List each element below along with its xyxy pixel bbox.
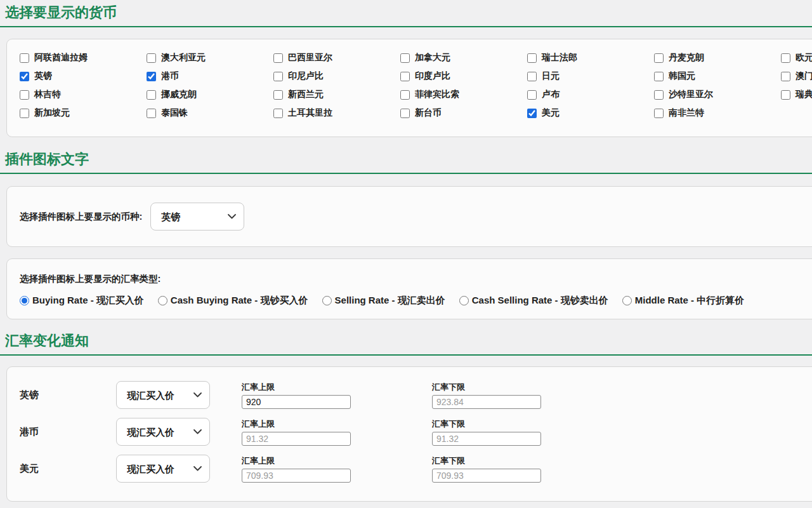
currency-checkbox[interactable] [20, 53, 29, 63]
upper-limit-group: 汇率上限 [242, 418, 400, 446]
upper-limit-label: 汇率上限 [242, 382, 400, 393]
currency-checkbox-item[interactable]: 澳大利亚元 [147, 53, 273, 63]
lower-limit-input[interactable] [432, 432, 541, 446]
currency-checkbox[interactable] [654, 72, 664, 81]
rate-type-radio[interactable] [20, 296, 29, 305]
currency-checkbox-label: 韩国元 [669, 70, 695, 82]
currency-checkbox[interactable] [527, 90, 537, 100]
currency-checkbox-label: 新加坡元 [34, 107, 70, 119]
currency-checkbox[interactable] [781, 90, 790, 100]
currency-checkbox-label: 丹麦克朗 [669, 52, 704, 64]
currency-checkbox-item[interactable]: 欧元 [781, 53, 812, 63]
currency-checkbox[interactable] [781, 53, 790, 63]
upper-limit-input[interactable] [242, 432, 351, 446]
currency-checkbox-item[interactable]: 瑞士法郎 [527, 53, 654, 63]
currency-checkbox-item[interactable]: 加拿大元 [400, 53, 527, 63]
currency-checkbox-label: 美元 [542, 107, 560, 119]
currency-checkbox-item[interactable]: 韩国元 [654, 71, 781, 81]
currency-checkbox-item[interactable]: 菲律宾比索 [400, 90, 527, 100]
currency-checkbox[interactable] [20, 90, 29, 100]
rate-type-option-label: Cash Buying Rate - 现钞买入价 [171, 295, 308, 307]
rate-type-option-cash-selling[interactable]: Cash Selling Rate - 现钞卖出价 [459, 295, 608, 307]
currency-checkbox[interactable] [527, 72, 537, 81]
currency-checkbox[interactable] [273, 72, 283, 81]
lower-limit-label: 汇率下限 [432, 382, 591, 393]
currency-checkbox-item[interactable]: 卢布 [527, 90, 654, 100]
currency-checkbox[interactable] [147, 109, 156, 118]
currency-checkbox[interactable] [273, 53, 283, 63]
currency-checkbox-item[interactable]: 美元 [527, 108, 654, 118]
currency-checkbox[interactable] [147, 53, 156, 63]
upper-limit-label: 汇率上限 [242, 418, 400, 430]
rate-type-radio[interactable] [459, 296, 469, 305]
rate-type-radio-group: Buying Rate - 现汇买入价 Cash Buying Rate - 现… [20, 295, 812, 307]
notification-rate-type-select[interactable]: 现汇买入价 [116, 455, 210, 483]
currency-checkbox-label: 林吉特 [34, 89, 61, 100]
currency-checkbox[interactable] [147, 90, 156, 100]
currency-checkbox-item[interactable]: 丹麦克朗 [654, 53, 781, 63]
currency-checkbox-panel: 阿联酋迪拉姆 澳大利亚元 巴西里亚尔 加拿大元 瑞士法郎 丹麦克朗 欧元 英镑 … [6, 39, 812, 137]
currency-checkbox-item[interactable]: 新加坡元 [20, 108, 147, 118]
lower-limit-input[interactable] [432, 395, 541, 409]
currency-checkbox-item[interactable]: 澳门元 [781, 71, 812, 81]
currency-checkbox[interactable] [781, 72, 790, 81]
currency-checkbox[interactable] [527, 109, 537, 118]
currency-checkbox[interactable] [20, 72, 29, 81]
currency-checkbox-item[interactable]: 新西兰元 [273, 90, 400, 100]
currency-checkbox[interactable] [654, 90, 664, 100]
currency-checkbox-label: 澳大利亚元 [161, 52, 206, 64]
upper-limit-label: 汇率上限 [242, 455, 400, 467]
currency-checkbox-item[interactable]: 日元 [527, 71, 654, 81]
notification-rate-type-select-wrap: 现汇买入价 [116, 381, 210, 409]
currency-checkbox-item[interactable]: 林吉特 [20, 90, 147, 100]
notification-row-hkd: 港币 现汇买入价 汇率上限 汇率下限 [20, 418, 812, 446]
notification-rate-type-select[interactable]: 现汇买入价 [116, 381, 210, 409]
currency-checkbox[interactable] [273, 109, 283, 118]
currency-checkbox-label: 阿联酋迪拉姆 [34, 52, 88, 64]
rate-type-option-selling[interactable]: Selling Rate - 现汇卖出价 [322, 295, 445, 307]
upper-limit-input[interactable] [242, 469, 351, 483]
currency-checkbox[interactable] [273, 90, 283, 100]
section-title-icon-text: 插件图标文字 [0, 151, 812, 168]
currency-checkbox[interactable] [400, 109, 410, 118]
rate-type-option-label: Selling Rate - 现汇卖出价 [335, 295, 445, 307]
currency-checkbox-label: 印度卢比 [415, 70, 450, 82]
rate-type-radio[interactable] [322, 296, 332, 305]
rate-type-option-cash-buying[interactable]: Cash Buying Rate - 现钞买入价 [158, 295, 308, 307]
icon-currency-select[interactable]: 英镑 [150, 203, 244, 231]
rate-type-option-label: Cash Selling Rate - 现钞卖出价 [472, 295, 608, 307]
currency-checkbox-grid: 阿联酋迪拉姆 澳大利亚元 巴西里亚尔 加拿大元 瑞士法郎 丹麦克朗 欧元 英镑 … [20, 53, 812, 118]
currency-checkbox-item[interactable]: 土耳其里拉 [273, 108, 400, 118]
currency-checkbox-label: 日元 [542, 70, 560, 82]
currency-checkbox[interactable] [400, 90, 410, 100]
currency-checkbox[interactable] [400, 72, 410, 81]
currency-checkbox-item[interactable]: 阿联酋迪拉姆 [20, 53, 147, 63]
currency-checkbox-item[interactable]: 泰国铢 [147, 108, 273, 118]
rate-type-radio[interactable] [622, 296, 632, 305]
currency-checkbox[interactable] [147, 72, 156, 81]
currency-checkbox-item[interactable]: 瑞典克朗 [781, 90, 812, 100]
currency-checkbox-item[interactable]: 英镑 [20, 71, 147, 81]
rate-type-option-middle[interactable]: Middle Rate - 中行折算价 [622, 295, 745, 307]
rate-type-option-buying[interactable]: Buying Rate - 现汇买入价 [20, 295, 144, 307]
upper-limit-group: 汇率上限 [242, 382, 400, 409]
currency-checkbox-item[interactable]: 沙特里亚尔 [654, 90, 781, 100]
currency-checkbox-item[interactable]: 新台币 [400, 108, 527, 118]
currency-checkbox[interactable] [654, 109, 664, 118]
currency-checkbox[interactable] [527, 53, 537, 63]
rate-notification-panel: 英镑 现汇买入价 汇率上限 汇率下限 港币 现汇买入价 汇率上限 [6, 366, 812, 502]
currency-checkbox-item[interactable]: 巴西里亚尔 [273, 53, 400, 63]
currency-checkbox-item[interactable]: 印尼卢比 [273, 71, 400, 81]
rate-type-radio[interactable] [158, 296, 167, 305]
currency-checkbox[interactable] [654, 53, 664, 63]
currency-checkbox-item[interactable]: 印度卢比 [400, 71, 527, 81]
currency-checkbox-item[interactable]: 港币 [147, 71, 273, 81]
currency-checkbox-item[interactable]: 挪威克朗 [147, 90, 273, 100]
currency-checkbox[interactable] [400, 53, 410, 63]
currency-checkbox-item[interactable]: 南非兰特 [654, 108, 781, 118]
section-title-currencies: 选择要显示的货币 [0, 0, 812, 21]
notification-rate-type-select[interactable]: 现汇买入价 [116, 418, 210, 446]
currency-checkbox[interactable] [20, 109, 29, 118]
upper-limit-input[interactable] [242, 395, 351, 409]
lower-limit-input[interactable] [432, 469, 541, 483]
